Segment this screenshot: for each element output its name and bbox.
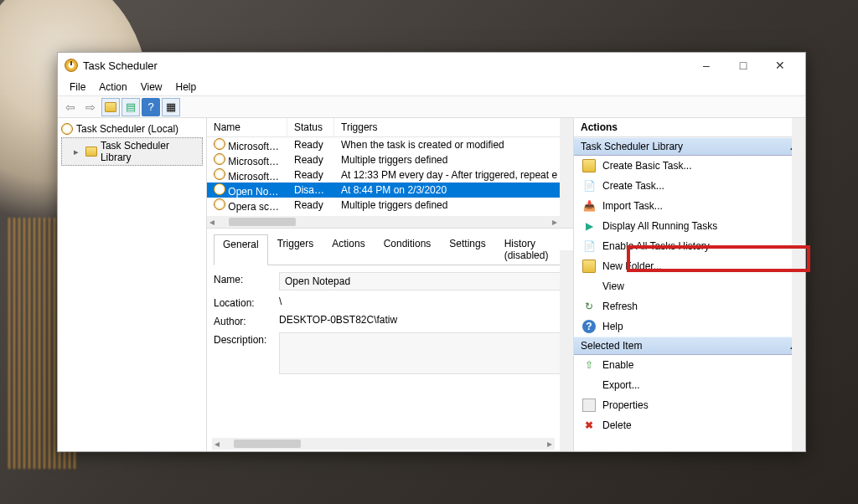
history-icon: 📄 — [582, 239, 596, 253]
help-icon: ? — [582, 320, 596, 333]
action-refresh[interactable]: ↻Refresh — [574, 296, 805, 316]
clock-icon — [214, 183, 225, 195]
action-enable-history[interactable]: 📄Enable All Tasks History — [574, 236, 805, 256]
task-icon — [582, 159, 596, 172]
action-new-folder[interactable]: New Folder... — [574, 256, 805, 276]
folder-icon — [582, 260, 596, 273]
maximize-button[interactable]: □ — [725, 54, 762, 77]
table-row[interactable]: Opera sched... Ready Multiple triggers d… — [207, 198, 573, 213]
actions-header: Actions — [574, 118, 805, 137]
menubar: File Action View Help — [58, 78, 805, 96]
location-value: \ — [279, 296, 282, 307]
h-scrollbar[interactable]: ◂▸ — [207, 216, 560, 228]
author-label: Author: — [214, 314, 272, 327]
description-label: Description: — [214, 332, 272, 346]
col-triggers[interactable]: Triggers — [334, 118, 573, 136]
tab-actions[interactable]: Actions — [323, 234, 374, 265]
nav-back-button[interactable]: ⇦ — [61, 98, 80, 116]
list-header: Name Status Triggers — [207, 118, 573, 137]
menu-file[interactable]: File — [63, 80, 92, 95]
close-button[interactable]: ✕ — [762, 54, 799, 77]
menu-help[interactable]: Help — [169, 80, 204, 95]
clock-icon — [214, 198, 225, 210]
show-hide-button[interactable]: ▤ — [121, 98, 140, 116]
location-label: Location: — [214, 296, 272, 309]
clock-icon — [214, 138, 225, 150]
help-toolbar-button[interactable]: ? — [142, 98, 160, 116]
tab-triggers[interactable]: Triggers — [268, 234, 323, 265]
menu-view[interactable]: View — [134, 80, 169, 95]
action-view[interactable]: View▸ — [574, 276, 805, 296]
v-scrollbar[interactable] — [792, 118, 805, 451]
detail-tabs: General Triggers Actions Conditions Sett… — [214, 234, 566, 265]
toolbar: ⇦ ⇨ ▤ ? ▦ — [58, 96, 805, 118]
action-help[interactable]: ?Help — [574, 316, 805, 337]
tree-root[interactable]: Task Scheduler (Local) — [61, 121, 203, 136]
v-scrollbar[interactable] — [560, 250, 573, 451]
delete-icon: ✖ — [582, 419, 596, 432]
minimize-button[interactable]: – — [688, 54, 725, 77]
author-value: DESKTOP-0BST82C\fatiw — [279, 314, 397, 326]
clock-icon — [214, 168, 225, 180]
action-enable[interactable]: ⇧Enable — [574, 355, 805, 375]
expand-icon[interactable]: ▸ — [74, 147, 82, 157]
titlebar: Task Scheduler – □ ✕ — [58, 53, 805, 78]
details-pane: General Triggers Actions Conditions Sett… — [207, 229, 573, 451]
up-button[interactable] — [101, 98, 120, 116]
action-create-basic-task[interactable]: Create Basic Task... — [574, 156, 805, 176]
table-row[interactable]: MicrosoftEd... Ready Multiple triggers d… — [207, 152, 573, 167]
task-icon: 📄 — [582, 179, 596, 193]
tab-general[interactable]: General — [214, 234, 268, 265]
tab-conditions[interactable]: Conditions — [375, 234, 441, 265]
folder-icon — [85, 147, 97, 157]
running-icon: ▶ — [582, 219, 596, 233]
col-status[interactable]: Status — [287, 118, 334, 136]
task-scheduler-window: Task Scheduler – □ ✕ File Action View He… — [57, 52, 806, 452]
name-field: Open Notepad — [279, 272, 566, 291]
tab-settings[interactable]: Settings — [440, 234, 494, 265]
export-icon — [582, 378, 596, 392]
task-list: Name Status Triggers Microsoft_H... Read… — [207, 118, 573, 229]
window-title: Task Scheduler — [83, 59, 688, 72]
refresh-icon: ↻ — [582, 300, 596, 313]
action-import-task[interactable]: 📥Import Task... — [574, 196, 805, 216]
app-icon — [65, 59, 78, 72]
description-field — [279, 332, 566, 374]
import-icon: 📥 — [582, 199, 596, 213]
h-scrollbar[interactable]: ◂▸ — [212, 438, 555, 450]
actions-pane: Actions Task Scheduler Library Create Ba… — [574, 118, 805, 451]
action-properties[interactable]: Properties — [574, 395, 805, 415]
table-row[interactable]: Microsoft_H... Ready When the task is cr… — [207, 137, 573, 152]
section-library[interactable]: Task Scheduler Library — [574, 137, 805, 156]
clock-icon — [61, 123, 73, 135]
clock-icon — [214, 153, 225, 165]
properties-icon — [582, 399, 596, 412]
section-selected-item[interactable]: Selected Item — [574, 337, 805, 355]
blank-icon — [582, 280, 596, 293]
tree-pane: Task Scheduler (Local) ▸ Task Scheduler … — [58, 118, 207, 451]
tab-history[interactable]: History (disabled) — [495, 234, 566, 265]
tree-library-label: Task Scheduler Library — [101, 140, 202, 163]
menu-action[interactable]: Action — [92, 80, 133, 95]
action-create-task[interactable]: 📄Create Task... — [574, 176, 805, 196]
action-delete[interactable]: ✖Delete — [574, 415, 805, 435]
table-row-selected[interactable]: Open Notep... Disabled At 8:44 PM on 2/3… — [207, 183, 573, 198]
col-name[interactable]: Name — [207, 118, 287, 136]
table-row[interactable]: MicrosoftEd... Ready At 12:33 PM every d… — [207, 167, 573, 183]
action-export[interactable]: Export... — [574, 375, 805, 395]
properties-toolbar-button[interactable]: ▦ — [162, 98, 180, 116]
action-display-running[interactable]: ▶Display All Running Tasks — [574, 216, 805, 236]
name-label: Name: — [214, 272, 272, 285]
enable-icon: ⇧ — [582, 358, 596, 372]
nav-forward-button[interactable]: ⇨ — [81, 98, 100, 116]
v-scrollbar[interactable] — [560, 118, 573, 228]
tree-library[interactable]: ▸ Task Scheduler Library — [61, 137, 203, 166]
tree-root-label: Task Scheduler (Local) — [76, 123, 178, 135]
